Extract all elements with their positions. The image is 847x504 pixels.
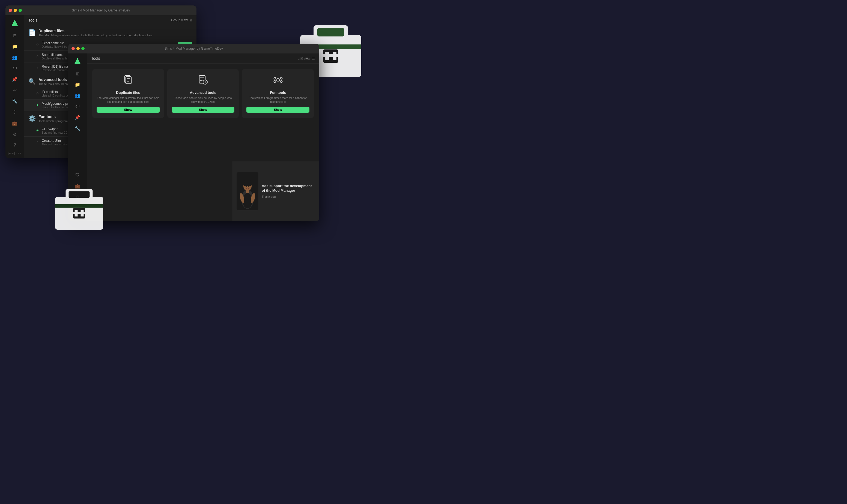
ad-text-content: Ads support the development of the Mod M…: [262, 184, 315, 199]
grid-view-icon: ⊞: [189, 18, 192, 22]
svg-marker-16: [12, 20, 18, 26]
svg-point-31: [274, 77, 276, 79]
sidebar-icon-grid[interactable]: ⊞: [10, 31, 20, 40]
view-toggle-front[interactable]: List view ☰: [298, 56, 315, 60]
card-title-advanced: Advanced tools: [190, 91, 216, 95]
logo-front: [73, 57, 82, 66]
minimize-button-front[interactable]: [76, 47, 80, 50]
show-fun-button[interactable]: Show: [246, 107, 310, 113]
svg-point-46: [243, 182, 252, 186]
svg-point-33: [274, 81, 276, 83]
sidebar-front-icon-folder[interactable]: 📁: [73, 79, 83, 89]
sidebar-icon-folder[interactable]: 📁: [10, 41, 20, 51]
svg-rect-14: [72, 212, 87, 214]
svg-rect-2: [317, 28, 344, 37]
svg-point-32: [280, 77, 282, 79]
card-icon-duplicate: [123, 74, 134, 88]
card-desc-advanced: These tools should only be used by peopl…: [172, 96, 235, 104]
version-back: [Beta] 1.2.4: [8, 152, 21, 155]
sidebar-front-icon-grid[interactable]: ⊞: [73, 69, 83, 78]
title-bar-back: Sims 4 Mod Manager by GameTimeDev: [5, 5, 196, 15]
ad-panel: Ads support the development of the Mod M…: [232, 161, 319, 221]
close-button-front[interactable]: [71, 47, 75, 50]
sidebar-icon-shield[interactable]: 🛡: [10, 107, 20, 117]
sidebar-front-icon-group[interactable]: 👥: [73, 91, 83, 101]
sidebar-icon-pin[interactable]: 📌: [10, 74, 20, 84]
card-icon-advanced: [197, 74, 209, 88]
star-id-conflicts[interactable]: ☆: [36, 92, 39, 95]
card-desc-duplicate: The Mod Manager offers several tools tha…: [96, 96, 160, 104]
top-bar-front: Tools List view ☰: [87, 53, 319, 64]
duplicate-title: Duplicate files: [38, 29, 152, 33]
view-label-back: Group view: [171, 18, 188, 22]
svg-point-47: [246, 185, 247, 187]
show-duplicate-button[interactable]: Show: [96, 107, 160, 113]
card-title-fun: Fun tools: [270, 91, 286, 95]
card-desc-fun: Tools which I programmed more for fun th…: [246, 96, 310, 104]
bg-toolbox-bottom-left: [49, 176, 109, 236]
sidebar-icon-tools[interactable]: 🔧: [10, 96, 20, 106]
star-revert-d1[interactable]: ☆: [36, 66, 39, 70]
view-label-front: List view: [298, 56, 310, 60]
view-toggle-back[interactable]: Group view ⊞: [171, 18, 192, 22]
card-icon-fun: [272, 74, 283, 88]
duplicate-desc: The Mod Manger offers several tools that…: [38, 34, 152, 37]
card-advanced-tools: Advanced tools These tools should only b…: [167, 69, 239, 118]
svg-rect-6: [321, 54, 340, 57]
sidebar-icon-settings[interactable]: ⚙: [10, 129, 20, 139]
top-bar-back: Tools Group view ⊞: [24, 15, 196, 25]
sidebar-icon-briefcase[interactable]: 💼: [10, 119, 20, 128]
sidebar-icon-group[interactable]: 👥: [10, 52, 20, 62]
duplicate-section-info: Duplicate files The Mod Manger offers se…: [38, 29, 152, 37]
window-title-back: Sims 4 Mod Manager by GameTimeDev: [72, 8, 130, 12]
star-same-filename[interactable]: ☆: [36, 55, 39, 58]
svg-rect-49: [246, 191, 249, 193]
sidebar-back: ⊞ 📁 👥 🏷 📌 ↩ 🔧 🛡 💼 ⚙ ? [Beta] 1.2.4: [5, 15, 24, 158]
fun-section-icon: ⚙️: [29, 115, 36, 122]
title-bar-front: Sims 4 Mod Manager by GameTimeDev: [68, 43, 319, 53]
svg-rect-10: [69, 191, 90, 198]
svg-point-30: [277, 78, 279, 81]
sidebar-icon-undo[interactable]: ↩: [10, 85, 20, 95]
svg-rect-15: [55, 204, 103, 208]
main-content-front: Tools List view ☰ Duplicate: [87, 53, 319, 221]
maximize-button-back[interactable]: [19, 9, 22, 12]
svg-point-48: [248, 185, 249, 187]
duplicate-section-icon: 📄: [29, 29, 36, 36]
logo-back: [11, 19, 19, 27]
star-cc-swiper[interactable]: ★: [36, 129, 39, 132]
sidebar-bottom-back: 🛡 💼 ⚙ ? [Beta] 1.2.4: [8, 107, 21, 155]
star-polygon-count[interactable]: ★: [36, 103, 39, 107]
card-title-duplicate: Duplicate files: [116, 91, 140, 95]
traffic-lights-front: [71, 47, 85, 50]
star-exact-same[interactable]: ☆: [36, 43, 39, 47]
sidebar-icon-tag[interactable]: 🏷: [10, 63, 20, 73]
page-title-back: Tools: [29, 18, 37, 22]
maximize-button-front[interactable]: [81, 47, 85, 50]
sidebar-front-icon-tools[interactable]: 🔧: [73, 123, 83, 133]
list-view-icon: ☰: [312, 56, 315, 60]
window-title-front: Sims 4 Mod Manager by GameTimeDev: [164, 47, 223, 51]
star-create-a-sim[interactable]: ☆: [36, 141, 39, 144]
traffic-lights-back: [9, 9, 22, 12]
sidebar-icon-help[interactable]: ?: [10, 140, 20, 150]
page-title-front: Tools: [91, 56, 100, 60]
close-button-back[interactable]: [9, 9, 12, 12]
sidebar-front-icon-pin[interactable]: 📌: [73, 112, 83, 122]
sidebar-front-icon-tag[interactable]: 🏷: [73, 102, 83, 111]
advanced-section-icon: 🔍: [29, 78, 36, 85]
ad-subtitle: Thank you: [262, 195, 315, 198]
minimize-button-back[interactable]: [14, 9, 17, 12]
card-fun-tools: Fun tools Tools which I programmed more …: [242, 69, 314, 118]
ad-avatar: [236, 172, 259, 210]
svg-rect-19: [126, 77, 131, 84]
cards-container: Duplicate files The Mod Manager offers s…: [87, 64, 319, 124]
card-duplicate-files: Duplicate files The Mod Manager offers s…: [92, 69, 164, 118]
svg-marker-17: [74, 58, 81, 65]
svg-point-34: [280, 81, 282, 83]
ad-title: Ads support the development of the Mod M…: [262, 184, 315, 193]
section-duplicate-header: 📄 Duplicate files The Mod Manger offers …: [24, 25, 196, 39]
show-advanced-button[interactable]: Show: [172, 107, 235, 113]
